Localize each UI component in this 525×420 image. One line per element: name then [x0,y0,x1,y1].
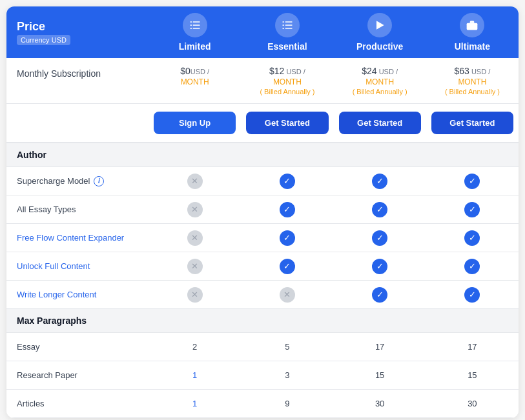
feature-cell: ✕ [149,195,241,223]
max-para-value: 1 [149,390,241,417]
limited-icon-circle [183,13,207,37]
check-icon: ✓ [372,259,387,274]
play-icon [373,19,386,32]
max-para-value: 3 [241,361,333,389]
feature-cell: ✓ [334,167,426,195]
svg-rect-5 [192,28,200,29]
feature-name: Free Flow Content Expander [6,224,149,252]
feature-cell: ✓ [334,281,426,308]
feature-name: Write Longer Content [6,281,149,308]
feature-name: All Essay Types [6,195,149,223]
x-icon: ✕ [187,230,203,246]
svg-rect-10 [282,28,284,29]
signup-button[interactable]: Sign Up [154,112,236,134]
cta-cell-productive[interactable]: Get Started [334,112,426,134]
x-icon: ✕ [280,287,295,303]
price-billed-productive: ( Billed Annually ) [353,88,407,95]
x-icon: ✕ [187,259,203,274]
plan-name-ultimate: Ultimate [455,41,490,52]
get-started-button-ultimate[interactable]: Get Started [431,112,513,134]
max-para-value: 15 [426,361,519,389]
feature-cell: ✓ [334,252,426,280]
check-icon: ✓ [280,174,295,189]
get-started-button-productive[interactable]: Get Started [339,112,421,134]
max-para-value: 15 [334,361,426,389]
cta-cell-limited[interactable]: Sign Up [149,112,241,134]
x-icon: ✕ [187,174,203,189]
price-billed-ultimate: ( Billed Annually ) [445,88,500,95]
feature-cell: ✓ [241,167,333,195]
plan-header-limited: Limited [149,6,241,58]
pricing-row: Monthly Subscription $0USD / MONTH $12 U… [6,58,519,104]
check-icon: ✓ [464,202,480,217]
plan-header-essential: Essential [241,6,333,58]
ultimate-icon-circle [460,13,484,37]
author-section-title: Author [6,143,519,166]
feature-row: Free Flow Content Expander✕✓✓✓ [6,224,519,252]
plan-header-productive: Productive [334,6,426,58]
svg-rect-7 [285,21,293,23]
feature-rows: Supercharge Modeli✕✓✓✓All Essay Types✕✓✓… [6,167,519,309]
check-icon: ✓ [464,287,480,303]
max-para-name: Articles [6,390,149,417]
feature-name: Supercharge Modeli [6,167,149,195]
price-amount-essential: $12 USD / [269,66,305,76]
check-icon: ✓ [464,174,480,189]
get-started-button-essential[interactable]: Get Started [246,112,328,134]
svg-rect-2 [190,25,192,26]
pricing-table: Price Currency USD Limited Essential Pro… [6,6,519,418]
cta-cell-ultimate[interactable]: Get Started [426,112,519,134]
max-para-value: 2 [149,333,241,361]
header: Price Currency USD Limited Essential Pro… [6,6,519,58]
info-icon[interactable]: i [94,176,104,186]
feature-cell: ✓ [241,252,333,280]
price-period-limited: MONTH [181,77,209,86]
feature-cell: ✓ [426,224,519,252]
svg-rect-13 [467,23,478,30]
pricing-cell-essential: $12 USD / MONTH ( Billed Annually ) [241,58,333,103]
max-para-value: 1 [149,361,241,389]
feature-cell: ✕ [149,252,241,280]
pricing-cell-productive: $24 USD / MONTH ( Billed Annually ) [334,58,426,103]
svg-rect-4 [190,28,192,29]
feature-cell: ✓ [241,195,333,223]
cta-row: Sign Up Get Started Get Started Get Star… [6,104,519,143]
briefcase-icon [466,19,479,32]
price-period-productive: MONTH [365,77,394,86]
feature-cell: ✓ [426,252,519,280]
feature-cell: ✓ [426,195,519,223]
check-icon: ✓ [464,259,480,274]
max-para-value: 5 [241,333,333,361]
cta-empty [6,112,149,134]
svg-rect-3 [192,25,200,26]
max-para-value: 9 [241,390,333,417]
check-icon: ✓ [372,287,387,303]
price-period-essential: MONTH [273,77,302,86]
svg-rect-1 [192,21,200,23]
svg-rect-6 [282,21,284,23]
plan-name-limited: Limited [179,41,211,52]
svg-rect-11 [285,28,293,29]
feature-cell: ✓ [426,281,519,308]
pricing-row-label: Monthly Subscription [6,58,149,103]
max-para-value: 30 [334,390,426,417]
svg-rect-9 [285,25,293,26]
feature-cell: ✓ [334,224,426,252]
feature-row: All Essay Types✕✓✓✓ [6,195,519,224]
feature-cell: ✓ [426,167,519,195]
feature-row: Write Longer Content✕✕✓✓ [6,281,519,309]
check-icon: ✓ [372,174,387,189]
price-period-ultimate: MONTH [458,77,486,86]
check-icon: ✓ [280,259,295,274]
list-icon [189,19,201,32]
feature-row: Unlock Full Content✕✓✓✓ [6,252,519,281]
cta-cell-essential[interactable]: Get Started [241,112,333,134]
max-para-row: Articles193030 [6,390,519,418]
max-para-value: 17 [334,333,426,361]
feature-cell: ✕ [149,281,241,308]
list-icon-2 [281,19,294,32]
check-icon: ✓ [372,230,387,246]
feature-row: Supercharge Modeli✕✓✓✓ [6,167,519,195]
plan-name-productive: Productive [356,41,403,52]
check-icon: ✓ [372,202,387,217]
